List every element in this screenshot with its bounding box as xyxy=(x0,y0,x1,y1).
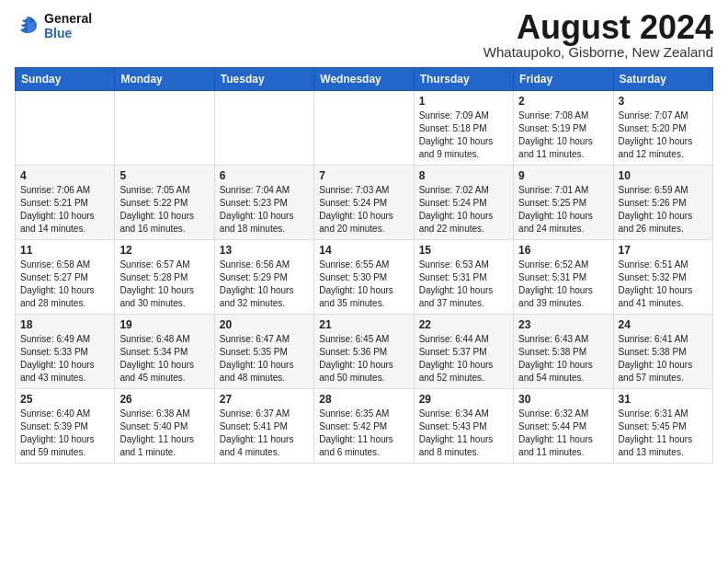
calendar-cell: 26Sunrise: 6:38 AM Sunset: 5:40 PM Dayli… xyxy=(115,389,214,464)
day-number: 1 xyxy=(419,95,508,108)
calendar-cell: 4Sunrise: 7:06 AM Sunset: 5:21 PM Daylig… xyxy=(16,166,115,240)
day-number: 28 xyxy=(319,393,408,406)
calendar-cell: 10Sunrise: 6:59 AM Sunset: 5:26 PM Dayli… xyxy=(613,166,712,240)
day-number: 31 xyxy=(619,393,708,406)
day-info: Sunrise: 6:35 AM Sunset: 5:42 PM Dayligh… xyxy=(319,408,408,459)
calendar-week-3: 11Sunrise: 6:58 AM Sunset: 5:27 PM Dayli… xyxy=(16,240,713,315)
header: General Blue August 2024 Whataupoko, Gis… xyxy=(15,11,713,60)
calendar-cell: 15Sunrise: 6:53 AM Sunset: 5:31 PM Dayli… xyxy=(414,240,513,315)
calendar-cell: 27Sunrise: 6:37 AM Sunset: 5:41 PM Dayli… xyxy=(214,389,313,464)
calendar-cell: 12Sunrise: 6:57 AM Sunset: 5:28 PM Dayli… xyxy=(115,240,214,315)
calendar-cell: 7Sunrise: 7:03 AM Sunset: 5:24 PM Daylig… xyxy=(314,166,414,240)
day-number: 29 xyxy=(419,393,508,406)
calendar-week-1: 1Sunrise: 7:09 AM Sunset: 5:18 PM Daylig… xyxy=(16,91,713,166)
calendar-week-2: 4Sunrise: 7:06 AM Sunset: 5:21 PM Daylig… xyxy=(16,166,713,240)
calendar-cell: 30Sunrise: 6:32 AM Sunset: 5:44 PM Dayli… xyxy=(514,389,613,464)
weekday-header-wednesday: Wednesday xyxy=(314,68,414,91)
calendar-cell: 5Sunrise: 7:05 AM Sunset: 5:22 PM Daylig… xyxy=(115,166,214,240)
calendar-cell xyxy=(16,91,115,166)
weekday-header-saturday: Saturday xyxy=(613,68,712,91)
calendar-table: SundayMondayTuesdayWednesdayThursdayFrid… xyxy=(15,67,713,464)
calendar-cell xyxy=(214,91,313,166)
day-info: Sunrise: 7:03 AM Sunset: 5:24 PM Dayligh… xyxy=(319,184,408,236)
day-number: 21 xyxy=(319,318,408,331)
calendar-cell xyxy=(115,91,214,166)
day-info: Sunrise: 6:41 AM Sunset: 5:38 PM Dayligh… xyxy=(619,333,708,385)
calendar-cell: 22Sunrise: 6:44 AM Sunset: 5:37 PM Dayli… xyxy=(414,315,513,389)
day-number: 27 xyxy=(220,393,309,406)
calendar-cell: 24Sunrise: 6:41 AM Sunset: 5:38 PM Dayli… xyxy=(613,315,712,389)
calendar-cell: 18Sunrise: 6:49 AM Sunset: 5:33 PM Dayli… xyxy=(16,315,115,389)
calendar-cell: 8Sunrise: 7:02 AM Sunset: 5:24 PM Daylig… xyxy=(414,166,513,240)
day-number: 23 xyxy=(518,318,608,331)
calendar-cell xyxy=(314,91,414,166)
day-info: Sunrise: 7:01 AM Sunset: 5:25 PM Dayligh… xyxy=(518,184,608,236)
day-info: Sunrise: 7:09 AM Sunset: 5:18 PM Dayligh… xyxy=(419,109,508,161)
calendar-cell: 6Sunrise: 7:04 AM Sunset: 5:23 PM Daylig… xyxy=(214,166,313,240)
day-info: Sunrise: 6:37 AM Sunset: 5:41 PM Dayligh… xyxy=(220,408,309,459)
day-info: Sunrise: 6:55 AM Sunset: 5:30 PM Dayligh… xyxy=(319,259,408,310)
main-container: General Blue August 2024 Whataupoko, Gis… xyxy=(0,0,728,471)
calendar-cell: 17Sunrise: 6:51 AM Sunset: 5:32 PM Dayli… xyxy=(613,240,712,315)
day-number: 11 xyxy=(20,244,109,257)
day-info: Sunrise: 7:04 AM Sunset: 5:23 PM Dayligh… xyxy=(220,184,309,236)
calendar-cell: 25Sunrise: 6:40 AM Sunset: 5:39 PM Dayli… xyxy=(16,389,115,464)
day-info: Sunrise: 6:40 AM Sunset: 5:39 PM Dayligh… xyxy=(20,408,109,459)
calendar-cell: 1Sunrise: 7:09 AM Sunset: 5:18 PM Daylig… xyxy=(414,91,513,166)
day-info: Sunrise: 6:58 AM Sunset: 5:27 PM Dayligh… xyxy=(20,259,109,310)
day-info: Sunrise: 6:53 AM Sunset: 5:31 PM Dayligh… xyxy=(419,259,508,310)
logo-icon xyxy=(15,13,40,39)
calendar-cell: 21Sunrise: 6:45 AM Sunset: 5:36 PM Dayli… xyxy=(314,315,414,389)
day-number: 13 xyxy=(220,244,309,257)
day-info: Sunrise: 6:57 AM Sunset: 5:28 PM Dayligh… xyxy=(119,259,209,310)
day-number: 6 xyxy=(220,169,309,182)
day-info: Sunrise: 6:44 AM Sunset: 5:37 PM Dayligh… xyxy=(419,333,508,385)
calendar-cell: 28Sunrise: 6:35 AM Sunset: 5:42 PM Dayli… xyxy=(314,389,414,464)
weekday-header-friday: Friday xyxy=(514,68,613,91)
day-info: Sunrise: 6:52 AM Sunset: 5:31 PM Dayligh… xyxy=(518,259,608,310)
calendar-week-4: 18Sunrise: 6:49 AM Sunset: 5:33 PM Dayli… xyxy=(16,315,713,389)
calendar-cell: 9Sunrise: 7:01 AM Sunset: 5:25 PM Daylig… xyxy=(514,166,613,240)
calendar-cell: 31Sunrise: 6:31 AM Sunset: 5:45 PM Dayli… xyxy=(613,389,712,464)
day-info: Sunrise: 6:32 AM Sunset: 5:44 PM Dayligh… xyxy=(518,408,608,459)
day-info: Sunrise: 6:48 AM Sunset: 5:34 PM Dayligh… xyxy=(119,333,209,385)
day-number: 26 xyxy=(119,393,209,406)
day-info: Sunrise: 6:49 AM Sunset: 5:33 PM Dayligh… xyxy=(20,333,109,385)
day-number: 15 xyxy=(419,244,508,257)
day-info: Sunrise: 6:34 AM Sunset: 5:43 PM Dayligh… xyxy=(419,408,508,459)
day-info: Sunrise: 6:47 AM Sunset: 5:35 PM Dayligh… xyxy=(220,333,309,385)
calendar-cell: 29Sunrise: 6:34 AM Sunset: 5:43 PM Dayli… xyxy=(414,389,513,464)
day-number: 16 xyxy=(518,244,608,257)
month-year-title: August 2024 xyxy=(483,11,713,44)
day-number: 30 xyxy=(518,393,608,406)
day-info: Sunrise: 6:51 AM Sunset: 5:32 PM Dayligh… xyxy=(619,259,708,310)
day-number: 7 xyxy=(319,169,408,182)
calendar-cell: 14Sunrise: 6:55 AM Sunset: 5:30 PM Dayli… xyxy=(314,240,414,315)
day-info: Sunrise: 6:31 AM Sunset: 5:45 PM Dayligh… xyxy=(619,408,708,459)
day-info: Sunrise: 7:05 AM Sunset: 5:22 PM Dayligh… xyxy=(119,184,209,236)
day-number: 12 xyxy=(119,244,209,257)
day-number: 3 xyxy=(619,95,708,108)
logo: General Blue xyxy=(15,11,92,40)
title-area: August 2024 Whataupoko, Gisborne, New Ze… xyxy=(483,11,713,60)
day-number: 18 xyxy=(20,318,109,331)
day-number: 17 xyxy=(619,244,708,257)
day-info: Sunrise: 6:56 AM Sunset: 5:29 PM Dayligh… xyxy=(220,259,309,310)
day-number: 5 xyxy=(119,169,209,182)
weekday-header-tuesday: Tuesday xyxy=(214,68,313,91)
calendar-cell: 13Sunrise: 6:56 AM Sunset: 5:29 PM Dayli… xyxy=(214,240,313,315)
weekday-header-monday: Monday xyxy=(115,68,214,91)
calendar-cell: 23Sunrise: 6:43 AM Sunset: 5:38 PM Dayli… xyxy=(514,315,613,389)
day-number: 8 xyxy=(419,169,508,182)
day-info: Sunrise: 6:43 AM Sunset: 5:38 PM Dayligh… xyxy=(518,333,608,385)
day-number: 9 xyxy=(518,169,608,182)
day-info: Sunrise: 7:02 AM Sunset: 5:24 PM Dayligh… xyxy=(419,184,508,236)
logo-text: General Blue xyxy=(44,11,92,40)
day-number: 19 xyxy=(119,318,209,331)
calendar-cell: 2Sunrise: 7:08 AM Sunset: 5:19 PM Daylig… xyxy=(514,91,613,166)
day-number: 2 xyxy=(518,95,608,108)
weekday-header-row: SundayMondayTuesdayWednesdayThursdayFrid… xyxy=(16,68,713,91)
day-info: Sunrise: 6:59 AM Sunset: 5:26 PM Dayligh… xyxy=(619,184,708,236)
day-number: 20 xyxy=(220,318,309,331)
weekday-header-thursday: Thursday xyxy=(414,68,513,91)
